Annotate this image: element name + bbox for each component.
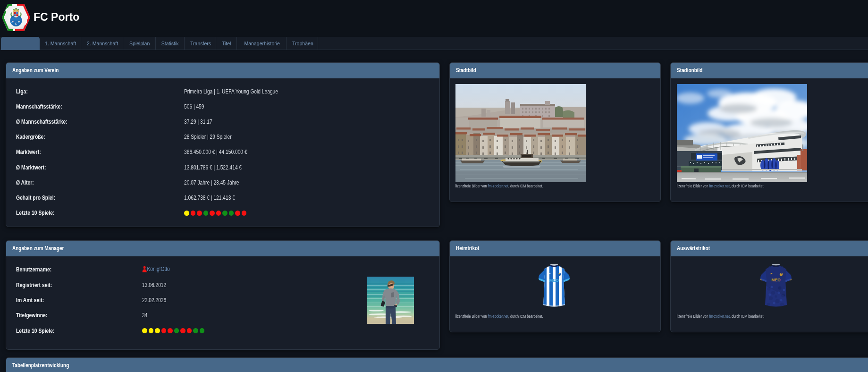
svg-text:C: C [15,22,17,25]
svg-text:MEO: MEO [771,278,781,282]
svg-text:MEO: MEO [549,278,559,283]
